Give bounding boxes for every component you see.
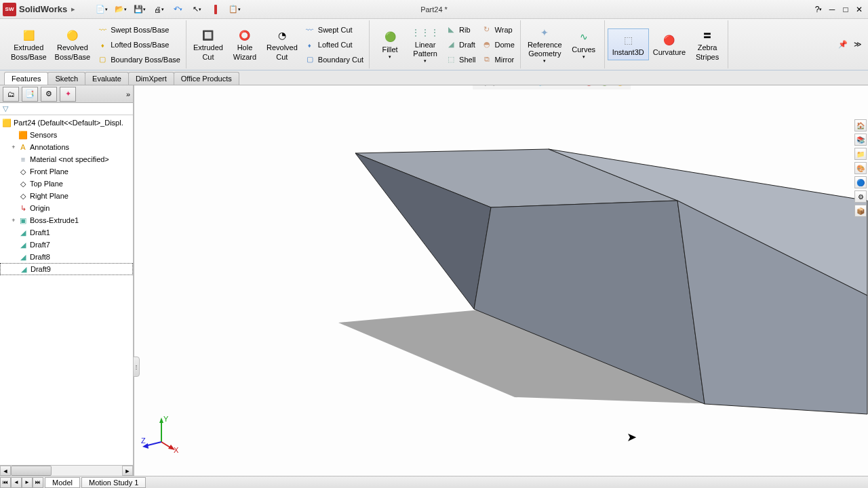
scroll-left-icon[interactable]: ◄	[0, 466, 11, 476]
linear-pattern-button[interactable]: ⋮⋮⋮Linear Pattern▾	[408, 22, 443, 67]
zoom-fit-icon[interactable]: 🔍	[474, 85, 489, 88]
help-button[interactable]: ?▾	[812, 3, 825, 16]
scroll-right-icon[interactable]: ►	[122, 466, 133, 476]
rebuild-button[interactable]	[207, 3, 224, 16]
boundary-boss-button[interactable]: ▢Boundary Boss/Base	[94, 52, 183, 67]
rib-button[interactable]: ◣Rib	[443, 22, 478, 37]
instant3d-button[interactable]: ⬚Instant3D	[608, 28, 649, 60]
graphics-viewport[interactable]: 🔍 🔎 ↩ ▦ 🧊▾ ▢▾ 👁▾ 🔴▾ 🟢▾ 🟡▾ ─ ❐ ✕	[134, 85, 868, 476]
nav-first-icon[interactable]: ⏮	[0, 477, 11, 488]
tree-tab-dimxpert[interactable]: ✦	[60, 87, 76, 102]
zebra-stripes-button[interactable]: 〓Zebra Stripes	[690, 24, 725, 64]
undo-button[interactable]: ↶▾	[169, 3, 186, 16]
tree-boss-extrude1[interactable]: +▣Boss-Extrude1	[0, 214, 133, 226]
swept-cut-button[interactable]: 〰Swept Cut	[302, 22, 366, 37]
material-icon: ≡	[18, 155, 28, 164]
extruded-boss-button[interactable]: 🟨Extruded Boss/Base	[7, 24, 51, 64]
swept-boss-button[interactable]: 〰Swept Boss/Base	[94, 22, 183, 37]
zoom-area-icon[interactable]: 🔎	[490, 85, 505, 88]
tree-scrollbar-horizontal[interactable]: ◄ ►	[0, 465, 133, 476]
revolved-cut-button[interactable]: ◔Revolved Cut	[262, 24, 302, 64]
apply-scene-icon[interactable]: 🟢▾	[599, 85, 614, 88]
options-button[interactable]: 📋▾	[226, 3, 243, 16]
hide-show-icon[interactable]: 👁▾	[568, 85, 583, 88]
fillet-button[interactable]: 🟢Fillet▾	[372, 26, 408, 63]
tree-tab-property[interactable]: 📑	[22, 87, 38, 102]
pattern-icon: ⋮⋮⋮	[417, 24, 433, 41]
curves-button[interactable]: ∿Curves▾	[566, 26, 601, 63]
view-settings-icon[interactable]: 🟡▾	[614, 85, 629, 88]
panel-splitter-handle[interactable]: ⋮	[133, 357, 140, 377]
previous-view-icon[interactable]: ↩	[505, 85, 520, 88]
wrap-button[interactable]: ↻Wrap	[479, 22, 517, 37]
taskpane-library-icon[interactable]: 📚	[854, 134, 867, 146]
maximize-button[interactable]: □	[840, 3, 852, 16]
dome-button[interactable]: ◓Dome	[479, 37, 517, 52]
hole-icon: ⭕	[237, 27, 253, 43]
tree-filter-row[interactable]: ▽	[0, 103, 133, 115]
status-tab-motion[interactable]: Motion Study 1	[81, 477, 146, 488]
tree-root[interactable]: 🟨Part24 (Default<<Default>_Displ.	[0, 117, 133, 129]
nav-next-icon[interactable]: ►	[22, 477, 33, 488]
taskpane-home-icon[interactable]: 🏠	[854, 119, 867, 131]
status-tab-model[interactable]: Model	[45, 477, 80, 488]
part-icon: 🟨	[1, 118, 12, 127]
shell-button[interactable]: ⬚Shell	[443, 52, 478, 67]
minimize-button[interactable]: ─	[826, 3, 838, 16]
tree-draft8[interactable]: ◢Draft8	[0, 251, 133, 263]
ref-geometry-button[interactable]: ✦Reference Geometry▾	[524, 22, 566, 67]
tab-sketch[interactable]: Sketch	[47, 72, 85, 85]
tree-right-plane[interactable]: ◇Right Plane	[0, 190, 133, 202]
taskpane-custom-icon[interactable]: ⚙	[854, 190, 867, 203]
tree-tab-config[interactable]: ⚙	[41, 87, 57, 102]
taskpane-palette-icon[interactable]: 🎨	[854, 162, 867, 174]
taskpane-extra-icon[interactable]: 📦	[854, 205, 867, 217]
lofted-cut-button[interactable]: ⬧Lofted Cut	[302, 37, 366, 52]
tab-dimxpert[interactable]: DimXpert	[128, 72, 174, 85]
new-doc-button[interactable]: 📄▾	[93, 3, 111, 16]
tab-features[interactable]: Features	[4, 72, 48, 85]
mirror-button[interactable]: ⧉Mirror	[479, 52, 517, 67]
tab-evaluate[interactable]: Evaluate	[85, 72, 129, 85]
open-button[interactable]: 📂▾	[112, 3, 130, 16]
nav-prev-icon[interactable]: ◄	[11, 477, 22, 488]
section-view-icon[interactable]: ▦	[521, 85, 536, 88]
tree-draft9[interactable]: ◢Draft9	[0, 263, 133, 275]
print-button[interactable]: 🖨▾	[150, 3, 167, 16]
view-orientation-icon[interactable]: 🧊▾	[536, 85, 551, 88]
tree-tab-feature[interactable]: 🗂	[3, 87, 19, 102]
draft-button[interactable]: ◢Draft	[443, 37, 478, 52]
display-style-icon[interactable]: ▢▾	[552, 85, 567, 88]
taskpane-appearance-icon[interactable]: 🔵	[854, 176, 867, 188]
lofted-boss-button[interactable]: ⬧Lofted Boss/Base	[94, 37, 183, 52]
ribbon-pin-icon[interactable]: 📌	[837, 39, 849, 51]
tree-top-plane[interactable]: ◇Top Plane	[0, 178, 133, 190]
select-button[interactable]: ↖▾	[188, 3, 205, 16]
taskpane-explorer-icon[interactable]: 📁	[854, 148, 867, 160]
curvature-button[interactable]: 🔴Curvature	[649, 29, 690, 60]
boundary-cut-button[interactable]: ▢Boundary Cut	[302, 52, 366, 67]
tree-draft1[interactable]: ◢Draft1	[0, 226, 133, 239]
feature-tree[interactable]: 🟨Part24 (Default<<Default>_Displ. 🟧Senso…	[0, 115, 133, 465]
app-logo: SW	[3, 3, 16, 16]
tree-annotations[interactable]: +AAnnotations	[0, 141, 133, 153]
hole-wizard-button[interactable]: ⭕Hole Wizard	[227, 24, 262, 64]
tree-draft7[interactable]: ◢Draft7	[0, 239, 133, 251]
menu-dropdown-icon[interactable]: ▸	[71, 5, 75, 14]
save-button[interactable]: 💾▾	[131, 3, 149, 16]
tree-origin[interactable]: ↳Origin	[0, 202, 133, 214]
ribbon-expand-icon[interactable]: ≫	[852, 39, 864, 51]
tree-front-plane[interactable]: ◇Front Plane	[0, 165, 133, 178]
app-name: SolidWorks	[19, 4, 67, 14]
orientation-triad[interactable]: Y Z X	[141, 415, 182, 455]
extruded-cut-button[interactable]: 🔲Extruded Cut	[189, 24, 227, 64]
close-button[interactable]: ✕	[853, 3, 865, 16]
nav-last-icon[interactable]: ⏭	[33, 477, 43, 488]
tree-sensors[interactable]: 🟧Sensors	[0, 129, 133, 141]
scroll-thumb[interactable]	[11, 466, 52, 476]
tab-office-products[interactable]: Office Products	[174, 72, 239, 85]
revolved-boss-button[interactable]: 🟡Revolved Boss/Base	[51, 24, 95, 64]
tree-material[interactable]: ≡Material <not specified>	[0, 153, 133, 165]
edit-appearance-icon[interactable]: 🔴▾	[583, 85, 598, 88]
panel-collapse-arrow-icon[interactable]: »	[126, 90, 130, 98]
